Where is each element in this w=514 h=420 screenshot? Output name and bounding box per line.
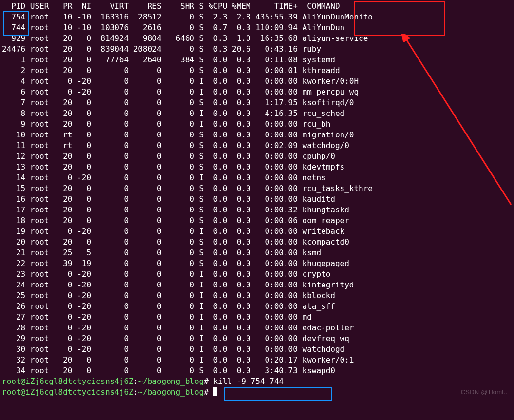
process-row: 1 root 20 0 77764 2640 384 S 0.0 0.3 0:1… [2,55,512,65]
process-row: 29 root 0 -20 0 0 0 I 0.0 0.0 0:00.00 de… [2,333,512,344]
process-row: 16 root 20 0 0 0 0 S 0.0 0.0 0:00.00 kau… [2,194,512,205]
shell-prompt: root@iZj6cgl8dtctycicsns4j6Z [2,377,133,386]
prompt-line-2[interactable]: root@iZj6cgl8dtctycicsns4j6Z:~/baogong_b… [2,387,512,398]
process-row: 24 root 0 -20 0 0 0 I 0.0 0.0 0:00.00 ki… [2,280,512,290]
terminal-output[interactable]: PID USER PR NI VIRT RES SHR S %CPU %MEM … [0,0,514,401]
process-row: 25 root 0 -20 0 0 0 I 0.0 0.0 0:00.00 kb… [2,290,512,301]
process-row: 24476 root 20 0 839044 208024 0 S 0.3 20… [2,44,512,55]
process-row: 744 root 10 -10 103076 2616 0 S 0.7 0.3 … [2,22,512,33]
process-row: 27 root 0 -20 0 0 0 I 0.0 0.0 0:00.00 md [2,312,512,323]
shell-command[interactable]: kill -9 754 744 [213,377,284,386]
process-row: 929 root 20 0 814924 9804 6460 S 0.3 1.0… [2,33,512,44]
process-row: 15 root 20 0 0 0 0 S 0.0 0.0 0:00.00 rcu… [2,183,512,194]
process-row: 19 root 0 -20 0 0 0 I 0.0 0.0 0:00.00 wr… [2,226,512,237]
process-row: 12 root 20 0 0 0 0 S 0.0 0.0 0:00.00 cpu… [2,151,512,162]
process-row: 32 root 20 0 0 0 0 I 0.0 0.0 0:20.17 kwo… [2,355,512,365]
process-row: 10 root rt 0 0 0 0 S 0.0 0.0 0:00.00 mig… [2,130,512,140]
shell-prompt: root@iZj6cgl8dtctycicsns4j6Z [2,387,133,397]
top-header-row: PID USER PR NI VIRT RES SHR S %CPU %MEM … [2,1,512,12]
process-row: 8 root 20 0 0 0 0 I 0.0 0.0 4:16.35 rcu_… [2,108,512,119]
process-row: 9 root 20 0 0 0 0 I 0.0 0.0 0:00.00 rcu_… [2,119,512,130]
process-row: 23 root 0 -20 0 0 0 I 0.0 0.0 0:00.00 cr… [2,269,512,280]
shell-path: ~/baogong_blog [138,387,204,397]
process-row: 754 root 10 -10 163316 28512 0 S 2.3 2.8… [2,12,512,22]
process-row: 7 root 20 0 0 0 0 S 0.0 0.0 1:17.95 ksof… [2,97,512,108]
process-row: 30 root 0 -20 0 0 0 I 0.0 0.0 0:00.00 wa… [2,344,512,355]
process-row: 4 root 0 -20 0 0 0 I 0.0 0.0 0:00.00 kwo… [2,76,512,87]
process-row: 2 root 20 0 0 0 0 S 0.0 0.0 0:00.01 kthr… [2,65,512,76]
process-row: 14 root 0 -20 0 0 0 I 0.0 0.0 0:00.00 ne… [2,172,512,183]
process-row: 20 root 20 0 0 0 0 S 0.0 0.0 0:00.00 kco… [2,237,512,248]
cursor-icon [213,387,217,396]
process-row: 6 root 0 -20 0 0 0 I 0.0 0.0 0:00.00 mm_… [2,87,512,97]
process-row: 34 root 20 0 0 0 0 S 0.0 0.0 3:40.73 ksw… [2,365,512,376]
process-row: 11 root rt 0 0 0 0 S 0.0 0.0 0:02.09 wat… [2,140,512,151]
prompt-line-1[interactable]: root@iZj6cgl8dtctycicsns4j6Z:~/baogong_b… [2,376,512,387]
process-row: 28 root 0 -20 0 0 0 I 0.0 0.0 0:00.00 ed… [2,323,512,333]
shell-path: ~/baogong_blog [138,377,204,386]
process-row: 17 root 20 0 0 0 0 S 0.0 0.0 0:00.32 khu… [2,205,512,215]
watermark-text: CSDN @Tloml.. [461,387,507,398]
process-row: 26 root 0 -20 0 0 0 I 0.0 0.0 0:00.00 at… [2,301,512,312]
process-row: 13 root 20 0 0 0 0 S 0.0 0.0 0:00.00 kde… [2,162,512,172]
process-row: 18 root 20 0 0 0 0 S 0.0 0.0 0:00.06 oom… [2,215,512,226]
process-row: 22 root 39 19 0 0 0 S 0.0 0.0 0:00.00 kh… [2,258,512,269]
process-row: 21 root 25 5 0 0 0 S 0.0 0.0 0:00.00 ksm… [2,248,512,258]
